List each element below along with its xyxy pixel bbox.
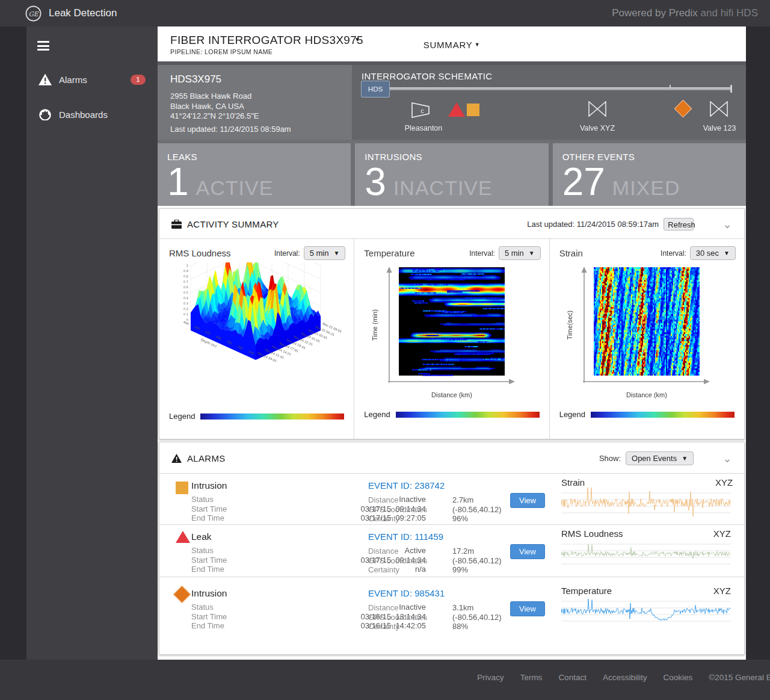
warning-triangle-icon xyxy=(38,73,52,85)
device-coordinates: 41°24'12.2"N 2°10'26.5"E xyxy=(170,111,352,122)
pipeline-tick xyxy=(670,85,671,88)
footer-link[interactable]: Contact xyxy=(558,673,587,682)
alarms-title: ALARMS xyxy=(187,453,226,463)
kpi-intrusions[interactable]: INTRUSIONS 3 INACTIVE xyxy=(355,143,548,206)
gauge-icon xyxy=(38,108,52,120)
legend-label: Legend xyxy=(559,410,585,419)
event-id-link[interactable]: EVENT ID: 111459 xyxy=(368,531,519,542)
view-button[interactable]: View xyxy=(510,493,545,508)
svg-text:c: c xyxy=(420,107,424,114)
sidebar-item-label: Dashboards xyxy=(59,110,108,120)
powered-by: Powered by Predix and hifi HDS xyxy=(612,7,758,19)
app-title: Leak Detection xyxy=(49,7,117,19)
sparkline-tag: XYZ xyxy=(715,477,731,488)
alarm-gps: (-80.56,40.12) xyxy=(452,556,502,566)
event-id-link[interactable]: EVENT ID: 985431 xyxy=(368,588,519,598)
sparkline-tag: XYZ xyxy=(713,528,731,539)
valve-icon[interactable] xyxy=(709,101,728,117)
activity-summary-panel: ACTIVITY SUMMARY Last updated: 11/24/201… xyxy=(159,208,745,439)
footer-link[interactable]: Cookies xyxy=(663,673,692,682)
node-label: Valve XYZ xyxy=(580,124,615,132)
view-selector[interactable]: SUMMARY▼ xyxy=(424,40,481,50)
leak-triangle-icon[interactable] xyxy=(448,102,465,117)
page-title: FIBER INTERROGATOR HDS3X975▼ xyxy=(170,34,369,47)
menu-icon[interactable] xyxy=(37,41,49,51)
kpi-status: ACTIVE xyxy=(196,176,274,200)
sparkline-title: Strain xyxy=(561,477,585,488)
temperature-chart xyxy=(362,262,542,405)
interval-select[interactable]: 5 min▼ xyxy=(499,246,541,260)
device-address2: Black Hawk, CA USA xyxy=(170,102,352,112)
alarm-distance: 3.1km xyxy=(452,603,473,613)
kpi-status: INACTIVE xyxy=(393,176,493,200)
top-bar: GE Leak Detection Powered by Predix and … xyxy=(0,0,770,26)
kpi-other-events[interactable]: OTHER EVENTS 27 MIXED xyxy=(553,143,746,206)
pipeline-line xyxy=(381,87,732,90)
kpi-value: 3 xyxy=(365,162,386,202)
alarm-type: Intrusion xyxy=(191,480,227,491)
ge-logo: GE xyxy=(25,5,42,22)
alarm-row[interactable]: Intrusion StatusInactive Start Time03/17… xyxy=(159,474,744,525)
kpi-leaks[interactable]: LEAKS 1 ACTIVE xyxy=(158,143,351,206)
chevron-down-icon: ▼ xyxy=(724,250,730,256)
kpi-value: 27 xyxy=(562,162,605,202)
colormap-legend xyxy=(396,412,540,418)
node-label: Valve 123 xyxy=(703,124,736,132)
valve-icon[interactable] xyxy=(588,101,607,117)
sidebar-item-dashboards[interactable]: Dashboards xyxy=(26,108,158,120)
collapse-chevron-icon[interactable]: ⌄ xyxy=(722,221,732,228)
activity-summary-header: ACTIVITY SUMMARY Last updated: 11/24/201… xyxy=(159,209,744,238)
chart-title: Strain xyxy=(559,248,583,258)
alarm-sparkline-block: Temperature XYZ xyxy=(561,586,731,626)
sidebar-item-alarms[interactable]: Alarms 1 xyxy=(26,73,158,85)
activity-summary-title: ACTIVITY SUMMARY xyxy=(187,219,279,229)
alarm-type: Leak xyxy=(191,531,212,542)
temperature-column: Temperature Interval: 5 min▼ Legend xyxy=(354,239,549,439)
left-gutter xyxy=(0,26,26,660)
alarm-row[interactable]: Intrusion StatusInactive Start Time03/16… xyxy=(159,577,744,637)
sidebar-item-label: Alarms xyxy=(59,75,87,85)
kpi-status: MIXED xyxy=(612,176,680,200)
show-events-select[interactable]: Open Events▼ xyxy=(626,451,694,465)
footer-link[interactable]: Accessibility xyxy=(603,673,647,682)
kpi-value: 1 xyxy=(167,162,189,202)
warning-triangle-icon xyxy=(171,454,182,463)
sparkline-tag: XYZ xyxy=(713,586,731,596)
alarm-gps: (-80.56,40.12) xyxy=(452,505,502,515)
footer-link[interactable]: Privacy xyxy=(477,673,504,682)
strain-sparkline xyxy=(561,488,731,518)
alarms-header: ALARMS Show: Open Events▼ ⌄ xyxy=(159,442,744,473)
collapse-chevron-icon[interactable]: ⌄ xyxy=(722,456,732,462)
chevron-down-icon: ▼ xyxy=(682,455,688,462)
rms-loudness-chart xyxy=(164,262,350,407)
event-id-link[interactable]: EVENT ID: 238742 xyxy=(368,480,519,491)
intrusion-diamond-icon[interactable] xyxy=(674,100,692,118)
footer-link[interactable]: Terms xyxy=(520,673,543,682)
refresh-button[interactable]: Refresh xyxy=(664,218,694,231)
right-gutter xyxy=(746,26,770,660)
alarm-event-details: EVENT ID: 985431 Distance3.1km GPS coord… xyxy=(368,588,519,631)
alarm-row[interactable]: Leak StatusActive Start Time03/17/15 09:… xyxy=(159,525,744,577)
pipeline-subtitle: PIPELINE: LOREM IPSUM NAME xyxy=(170,48,273,55)
alarms-panel: ALARMS Show: Open Events▼ ⌄ Intrusion St… xyxy=(159,442,745,655)
intrusion-square-icon[interactable] xyxy=(467,104,479,116)
hds-node[interactable]: HDS xyxy=(361,81,390,98)
temperature-sparkline xyxy=(561,596,731,626)
bottom-bar: Privacy Terms Contact Accessibility Cook… xyxy=(0,660,770,700)
title-caret-icon[interactable]: ▼ xyxy=(354,36,360,43)
strain-chart xyxy=(556,262,737,405)
view-button[interactable]: View xyxy=(510,544,545,559)
interval-select[interactable]: 5 min▼ xyxy=(304,246,346,260)
chart-columns: RMS Loudness Interval: 5 min▼ Legend Tem… xyxy=(159,239,744,439)
interval-select[interactable]: 30 sec▼ xyxy=(690,246,736,260)
horn-icon[interactable]: c xyxy=(411,101,433,119)
alarm-distance: 2.7km xyxy=(452,495,473,505)
show-label: Show: xyxy=(599,454,621,463)
view-button[interactable]: View xyxy=(510,601,545,616)
schematic-title: INTERROGATOR SCHEMATIC xyxy=(362,71,492,81)
legend-label: Legend xyxy=(364,410,390,419)
main-card: FIBER INTERROGATOR HDS3X975▼ PIPELINE: L… xyxy=(158,26,746,660)
activity-last-updated: Last updated: 11/24/2015 08:59:17am xyxy=(527,220,659,229)
footer-copyright: ©2015 General Electric xyxy=(709,673,770,682)
intrusion-square-icon xyxy=(176,482,188,494)
